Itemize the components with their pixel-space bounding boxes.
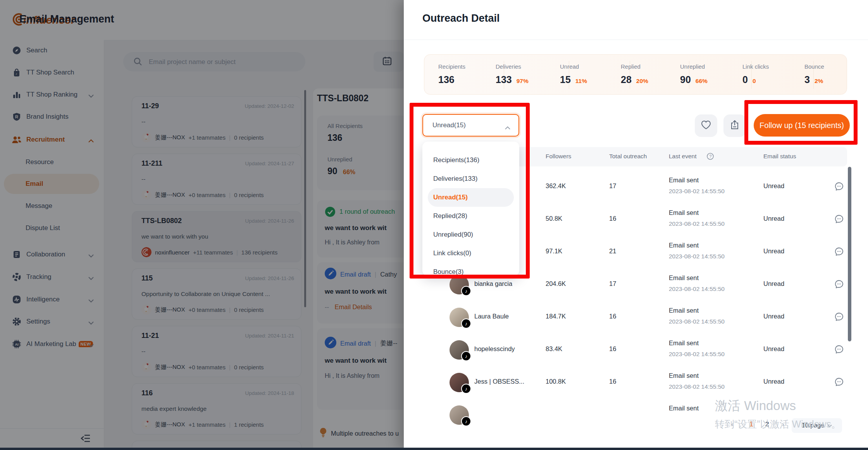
creator-avatar: ♪ bbox=[450, 308, 469, 327]
chat-bubble-icon[interactable] bbox=[834, 312, 844, 324]
col-email-status: Email status bbox=[763, 153, 796, 160]
taskbar-edge bbox=[0, 448, 868, 450]
outreach-stats-card: Recipients 136 Deliveries 13397% Unread … bbox=[424, 54, 847, 95]
modal-backdrop[interactable] bbox=[0, 0, 404, 450]
stat-value: 2820% bbox=[621, 74, 648, 85]
chat-bubble-icon[interactable] bbox=[834, 344, 844, 356]
stat-label: Link clicks bbox=[742, 63, 769, 70]
stat-label: Unread bbox=[560, 63, 579, 70]
stat-value: 32% bbox=[804, 74, 823, 85]
chat-bubble-icon[interactable] bbox=[834, 377, 844, 389]
stat-label: Deliveries bbox=[496, 63, 521, 70]
stat-label: Replied bbox=[621, 63, 641, 70]
creator-avatar: ♪ bbox=[450, 340, 469, 360]
chevron-down-icon bbox=[827, 422, 832, 429]
col-total-outreach: Total outreach bbox=[609, 153, 647, 160]
chat-bubble-icon[interactable] bbox=[834, 279, 844, 291]
stat-value: 13397% bbox=[496, 74, 529, 85]
prev-page-icon[interactable]: ‹ bbox=[731, 421, 734, 428]
drawer-title: Outreach Detail bbox=[422, 12, 500, 24]
favorite-button[interactable] bbox=[695, 114, 717, 137]
annotation-box-followup bbox=[744, 100, 858, 145]
creator-avatar: ♪ bbox=[450, 405, 469, 425]
export-button[interactable] bbox=[723, 114, 746, 137]
stat-label: Recipients bbox=[438, 63, 465, 70]
heart-icon bbox=[701, 120, 711, 132]
divider bbox=[404, 40, 868, 40]
stat-value: 1511% bbox=[560, 74, 587, 85]
page-size-select[interactable]: 10/page bbox=[792, 418, 842, 433]
next-page-icon[interactable]: › bbox=[782, 421, 784, 428]
tiktok-badge-icon: ♪ bbox=[461, 286, 471, 296]
table-scrollbar[interactable] bbox=[848, 167, 851, 341]
table-row[interactable]: ♪ hopelesscindy 83.4K 16 Email sent 2023… bbox=[422, 334, 847, 366]
page-2[interactable]: 2 bbox=[765, 421, 769, 428]
tiktok-badge-icon: ♪ bbox=[461, 416, 471, 426]
stat-label: Bounce bbox=[804, 63, 824, 70]
chat-bubble-icon[interactable] bbox=[834, 182, 844, 193]
stat-value: 00 bbox=[742, 74, 756, 85]
chat-bubble-icon[interactable] bbox=[834, 214, 844, 226]
col-followers: Followers bbox=[546, 153, 571, 160]
info-icon[interactable]: ? bbox=[707, 153, 714, 161]
table-row[interactable]: ♪ Jess | OBSESS... 100.8K 16 Email sent … bbox=[422, 366, 847, 399]
svg-text:?: ? bbox=[709, 154, 711, 159]
stat-value: 136 bbox=[438, 74, 455, 85]
col-last-event: Last event bbox=[669, 153, 697, 160]
tiktok-badge-icon: ♪ bbox=[461, 318, 471, 329]
share-export-icon bbox=[730, 120, 740, 132]
annotation-box-filter bbox=[410, 103, 530, 279]
stat-label: Unreplied bbox=[680, 63, 705, 70]
tiktok-badge-icon: ♪ bbox=[461, 351, 471, 361]
stat-value: 9066% bbox=[680, 74, 708, 85]
creator-avatar: ♪ bbox=[450, 373, 469, 392]
table-row[interactable]: ♪ Laura Baule 184.7K 16 Email sent 2023-… bbox=[422, 301, 847, 334]
page-1[interactable]: 1 bbox=[749, 421, 753, 428]
chat-bubble-icon[interactable] bbox=[834, 247, 844, 258]
tiktok-badge-icon: ♪ bbox=[461, 384, 471, 394]
